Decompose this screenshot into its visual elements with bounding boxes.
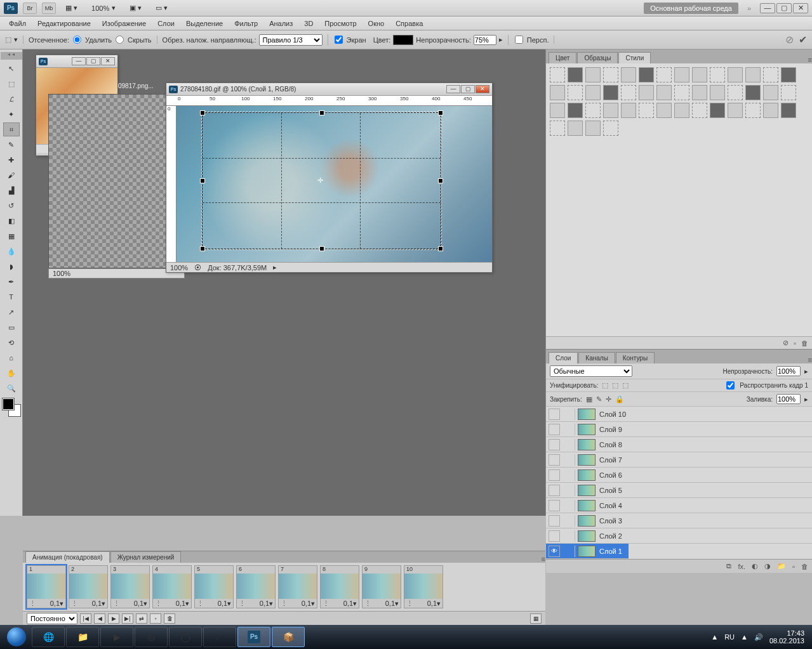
style-swatch[interactable] — [692, 67, 707, 82]
brush-tool[interactable]: 🖌 — [3, 168, 20, 182]
pen-tool[interactable]: ✒ — [3, 275, 20, 289]
tab-channels[interactable]: Каналы — [578, 352, 615, 364]
style-swatch[interactable] — [692, 85, 707, 100]
layer-list[interactable]: Слой 10Слой 9Слой 8Слой 7Слой 6Слой 5Сло… — [546, 407, 812, 559]
loop-select[interactable]: Постоянно — [27, 613, 77, 624]
animation-frame[interactable]: 9⋮0,1▾ — [362, 565, 401, 608]
blur-tool[interactable]: 💧 — [3, 244, 20, 258]
dodge-tool[interactable]: ◗ — [3, 259, 20, 273]
opacity-input[interactable] — [474, 35, 496, 45]
panel-menu-icon[interactable]: ≡ — [808, 56, 812, 63]
fx-icon[interactable]: fx. — [738, 563, 745, 570]
gradient-tool[interactable]: ▦ — [3, 229, 20, 243]
del-frame-button[interactable]: 🗑 — [164, 613, 175, 624]
layer-row[interactable]: Слой 6 — [546, 468, 812, 483]
start-button[interactable] — [3, 626, 30, 648]
extras-dropdown[interactable]: ▦ ▾ — [61, 3, 82, 13]
arrange-dropdown[interactable]: ▣ ▾ — [125, 3, 146, 13]
animation-frame[interactable]: 1⋮0,1▾ — [27, 565, 66, 608]
style-swatch[interactable] — [550, 85, 565, 100]
visibility-toggle[interactable] — [549, 424, 560, 435]
animation-frame[interactable]: 4⋮0,1▾ — [152, 565, 192, 608]
lasso-tool[interactable]: 𝓛 — [3, 92, 20, 106]
visibility-toggle[interactable] — [549, 500, 560, 511]
layers-menu-icon[interactable]: ≡ — [808, 356, 812, 364]
visibility-toggle[interactable]: 👁 — [549, 546, 560, 557]
workspace-more-icon[interactable]: » — [743, 4, 755, 12]
menu-окно[interactable]: Окно — [363, 18, 390, 29]
unify-pos-icon[interactable]: ⬚ — [602, 381, 608, 390]
workspace-switcher[interactable]: Основная рабочая среда — [644, 3, 738, 14]
persp-checkbox[interactable] — [515, 36, 523, 44]
layer-row[interactable]: Слой 8 — [546, 437, 812, 452]
lock-pos-icon[interactable]: ✛ — [606, 395, 611, 403]
tray-expand-icon[interactable]: ▲ — [711, 633, 718, 641]
tray-flag-icon[interactable]: ▲ — [741, 633, 748, 641]
style-swatch[interactable] — [639, 85, 654, 100]
first-frame-button[interactable]: |◀ — [80, 613, 91, 624]
heal-tool[interactable]: ✚ — [3, 153, 20, 167]
layer-row[interactable]: Слой 7 — [546, 452, 812, 468]
lock-pixel-icon[interactable]: ✎ — [596, 395, 602, 403]
color-picker[interactable] — [3, 398, 20, 416]
style-swatch[interactable] — [781, 67, 796, 82]
style-swatch[interactable] — [710, 67, 725, 82]
style-swatch[interactable] — [639, 103, 654, 118]
anim-menu-icon[interactable]: ≡ — [542, 555, 545, 563]
tab-animation[interactable]: Анимация (покадровая) — [25, 551, 110, 563]
style-swatch[interactable] — [656, 85, 672, 100]
hand-tool[interactable]: ✋ — [3, 366, 20, 380]
style-swatch[interactable] — [763, 85, 778, 100]
blend-mode-select[interactable]: Обычные — [550, 365, 632, 377]
tray-volume-icon[interactable]: 🔊 — [754, 633, 763, 641]
menu-справка[interactable]: Справка — [390, 18, 428, 29]
doc-main-canvas[interactable]: ✛ — [176, 106, 492, 262]
eyedropper-tool[interactable]: ✎ — [3, 138, 20, 152]
task-photoshop[interactable]: Ps — [237, 627, 270, 647]
play-button[interactable]: ▶ — [108, 613, 119, 624]
style-swatch[interactable] — [621, 85, 636, 100]
hide-radio[interactable] — [116, 36, 124, 44]
visibility-toggle[interactable] — [549, 439, 560, 450]
3dcam-tool[interactable]: ⌂ — [3, 351, 20, 365]
tab-swatches[interactable]: Образцы — [577, 52, 618, 63]
task-chrome[interactable]: ◯ — [169, 627, 202, 647]
shield-color-swatch[interactable] — [393, 35, 413, 45]
minibr-button[interactable]: Mb — [42, 3, 56, 14]
style-swatch[interactable] — [621, 67, 636, 82]
visibility-toggle[interactable] — [549, 409, 560, 420]
shape-tool[interactable]: ▭ — [3, 320, 20, 334]
prev-frame-button[interactable]: ◀ — [94, 613, 105, 624]
menu-изображение[interactable]: Изображение — [97, 18, 151, 29]
adjust-icon[interactable]: ◑ — [764, 562, 771, 570]
tab-paths[interactable]: Контуры — [616, 352, 655, 364]
style-swatch[interactable] — [568, 121, 583, 136]
style-swatch[interactable] — [585, 121, 601, 136]
screen-checkbox[interactable] — [335, 36, 343, 44]
fg-color-swatch[interactable] — [3, 398, 14, 410]
wand-tool[interactable]: ✦ — [3, 107, 20, 121]
tray-clock[interactable]: 17:43 08.02.2013 — [769, 629, 804, 645]
layer-row[interactable]: 👁Слой 1 — [546, 544, 629, 559]
style-swatch[interactable] — [585, 85, 601, 100]
minimize-button[interactable]: — — [760, 3, 775, 13]
menu-слои[interactable]: Слои — [152, 18, 180, 29]
task-app1[interactable]: ◎ — [135, 627, 168, 647]
background-doc-tab[interactable]: 09817.png... — [118, 82, 154, 89]
task-explorer[interactable]: 📁 — [66, 627, 99, 647]
close-button[interactable]: ✕ — [793, 3, 808, 13]
docmain-min[interactable]: — — [446, 85, 460, 93]
style-swatch[interactable] — [603, 67, 618, 82]
guides-select[interactable]: Правило 1/3 — [259, 34, 323, 46]
visibility-toggle[interactable] — [549, 515, 560, 527]
menu-анализ[interactable]: Анализ — [264, 18, 298, 29]
menu-фильтр[interactable]: Фильтр — [229, 18, 263, 29]
propagate-checkbox[interactable] — [726, 381, 735, 390]
layer-opacity-input[interactable] — [776, 366, 801, 376]
new-layer-icon[interactable]: ▫ — [792, 563, 795, 570]
3d-tool[interactable]: ⟲ — [3, 336, 20, 350]
style-swatch[interactable] — [568, 103, 583, 118]
ruler-vertical[interactable]: 0 — [166, 106, 176, 262]
zoom-dropdown[interactable]: 100% ▾ — [87, 3, 120, 13]
style-swatch[interactable] — [674, 103, 689, 118]
